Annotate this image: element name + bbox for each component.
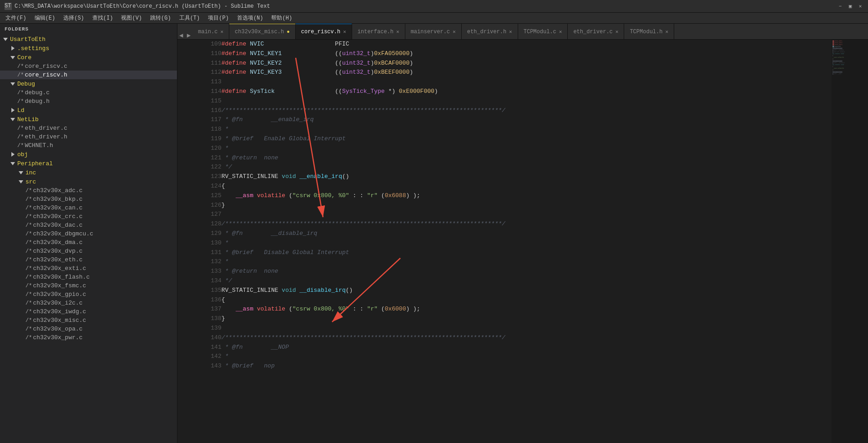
line-content: * @return none — [222, 153, 832, 163]
menu-tools[interactable]: 工具(T) — [176, 13, 204, 23]
menu-edit[interactable]: 编辑(E) — [31, 13, 59, 23]
sidebar-item-core[interactable]: Core — [0, 53, 177, 62]
line-num: 121 — [177, 153, 222, 163]
file-prefix-icon: /* — [25, 335, 32, 341]
line-num: 111 — [177, 59, 222, 68]
menu-goto[interactable]: 跳转(G) — [146, 13, 175, 23]
line-num: 110 — [177, 49, 222, 59]
line-num: 142 — [177, 352, 222, 362]
tab-tcpmodul-c[interactable]: TCPModul.c ✕ — [518, 24, 568, 39]
sidebar-item-ld[interactable]: Ld — [0, 106, 177, 115]
sidebar-file-eth[interactable]: /* ch32v30x_eth.c — [0, 255, 177, 264]
line-num: 134 — [177, 276, 222, 286]
tab-close-icon[interactable]: ✕ — [616, 29, 619, 35]
sidebar-item-peripheral[interactable]: Peripheral — [0, 159, 177, 168]
tab-close-icon[interactable]: ✕ — [559, 29, 562, 35]
file-prefix-icon: /* — [17, 63, 24, 70]
tab-tcpmodul-h[interactable]: TCPModul.h ✕ — [624, 24, 674, 39]
menu-project[interactable]: 项目(P) — [204, 13, 232, 23]
line-num: 123 — [177, 172, 222, 182]
sidebar-file-flash[interactable]: /* ch32v30x_flash.c — [0, 273, 177, 281]
sidebar-file-dac[interactable]: /* ch32v30x_dac.c — [0, 221, 177, 229]
sidebar-file-crc[interactable]: /* ch32v30x_crc.c — [0, 212, 177, 221]
menu-find[interactable]: 查找(I) — [89, 13, 117, 23]
tab-label: eth_driver.c — [573, 29, 612, 35]
close-button[interactable]: ✕ — [857, 3, 863, 10]
sidebar-file-opa[interactable]: /* ch32v30x_opa.c — [0, 325, 177, 333]
sidebar-item-inc[interactable]: inc — [0, 168, 177, 177]
tab-eth-driver-c[interactable]: eth_driver.c ✕ — [568, 24, 624, 39]
line-num: 109 — [177, 40, 222, 49]
tab-core-riscv-h[interactable]: core_riscv.h ✕ — [296, 24, 352, 39]
tab-close-icon[interactable]: ✕ — [453, 29, 456, 35]
sidebar-item-obj[interactable]: obj — [0, 150, 177, 159]
file-prefix-icon: /* — [25, 214, 32, 220]
code-editor[interactable]: 109 #define NVIC PFIC 110 #define NVIC_K… — [177, 40, 832, 443]
sidebar-file-pwr[interactable]: /* ch32v30x_pwr.c — [0, 333, 177, 342]
sidebar-file-label: core_riscv.c — [25, 63, 67, 70]
sidebar-file-bkp[interactable]: /* ch32v30x_bkp.c — [0, 195, 177, 204]
menu-file[interactable]: 文件(F) — [2, 13, 30, 23]
tab-close-icon[interactable]: ✕ — [220, 29, 223, 35]
tab-close-icon[interactable]: ✕ — [665, 29, 668, 35]
line-content: * @brief Enable Global Interrupt — [222, 134, 832, 144]
sidebar-file-eth-driver-h[interactable]: /* eth_driver.h — [0, 132, 177, 141]
sidebar-file-core-riscv-c[interactable]: /* core_riscv.c — [0, 62, 177, 71]
maximize-button[interactable]: ▣ — [847, 3, 853, 10]
titlebar: ST C:\MRS_DATA\workspace\UsartToEth\Core… — [0, 0, 868, 13]
line-num: 130 — [177, 239, 222, 248]
minimap[interactable]: ██ NVIC_KEY1 ██ NVIC_KEY2 ██ NVIC_KEY3 █… — [832, 40, 868, 443]
tab-close-icon[interactable]: ✕ — [509, 29, 512, 35]
menu-help[interactable]: 帮助(H) — [267, 13, 296, 23]
main-layout: FOLDERS UsartToEth .settings Core /* cor… — [0, 24, 868, 443]
menu-select[interactable]: 选择(S) — [60, 13, 88, 23]
tab-close-icon[interactable]: ✕ — [343, 29, 346, 35]
menu-view[interactable]: 视图(V) — [117, 13, 146, 23]
sidebar-src-label: src — [25, 178, 36, 185]
sidebar-file-i2c[interactable]: /* ch32v30x_i2c.c — [0, 299, 177, 307]
tab-close-icon[interactable]: ● — [287, 29, 290, 35]
sidebar-file-core-riscv-h[interactable]: /* core_riscv.h — [0, 71, 177, 79]
tab-nav-left[interactable]: ◀ ▶ — [177, 31, 192, 39]
sidebar-header: FOLDERS — [0, 24, 177, 35]
triangle-down-icon — [9, 80, 16, 87]
code-line-126: 126 } — [177, 201, 832, 210]
sidebar-file-dvp[interactable]: /* ch32v30x_dvp.c — [0, 247, 177, 255]
code-line-111: 111 #define NVIC_KEY2 ((uint32_t)0xBCAF0… — [177, 59, 832, 68]
tab-main-c[interactable]: main.c ✕ — [192, 24, 229, 39]
sidebar-file-can[interactable]: /* ch32v30x_can.c — [0, 204, 177, 212]
sidebar-item-src[interactable]: src — [0, 177, 177, 186]
code-line-135: 135 RV_STATIC_INLINE void __disable_irq(… — [177, 286, 832, 295]
sidebar-file-adc[interactable]: /* ch32v30x_adc.c — [0, 186, 177, 195]
tab-eth-driver-h[interactable]: eth_driver.h ✕ — [462, 24, 518, 39]
sidebar-item-settings[interactable]: .settings — [0, 44, 177, 53]
tab-bar: ◀ ▶ main.c ✕ ch32v30x_misc.h ● core_risc… — [177, 24, 868, 40]
file-prefix-icon: /* — [25, 205, 32, 211]
sidebar-item-root[interactable]: UsartToEth — [0, 35, 177, 44]
sidebar-item-netlib[interactable]: NetLib — [0, 115, 177, 124]
tab-interface-h[interactable]: interface.h ✕ — [352, 24, 405, 39]
tab-mainserver-c[interactable]: mainserver.c ✕ — [405, 24, 462, 39]
sidebar-item-debug[interactable]: Debug — [0, 79, 177, 88]
sidebar-file-fsmc[interactable]: /* ch32v30x_fsmc.c — [0, 281, 177, 290]
sidebar-file-dbgmcu[interactable]: /* ch32v30x_dbgmcu.c — [0, 229, 177, 238]
sidebar-file-misc[interactable]: /* ch32v30x_misc.c — [0, 316, 177, 325]
sidebar-file-wchnet-h[interactable]: /* WCHNET.h — [0, 141, 177, 150]
line-content: * — [222, 352, 832, 362]
sidebar-file-dma[interactable]: /* ch32v30x_dma.c — [0, 238, 177, 247]
sidebar-debug-label: Debug — [17, 81, 35, 87]
file-prefix-icon: /* — [25, 231, 32, 237]
sidebar-file-label: ch32v30x_fsmc.c — [33, 282, 86, 289]
sidebar-file-debug-c[interactable]: /* debug.c — [0, 88, 177, 97]
sidebar-file-label: debug.c — [25, 89, 50, 96]
sidebar-file-debug-h[interactable]: /* debug.h — [0, 97, 177, 106]
editor-wrapper: 109 #define NVIC PFIC 110 #define NVIC_K… — [177, 40, 868, 443]
sidebar-file-gpio[interactable]: /* ch32v30x_gpio.c — [0, 290, 177, 299]
menu-prefs[interactable]: 首选项(N) — [233, 13, 267, 23]
sidebar-file-iwdg[interactable]: /* ch32v30x_iwdg.c — [0, 307, 177, 316]
tab-close-icon[interactable]: ✕ — [396, 29, 399, 35]
tab-ch32v30x-misc-h[interactable]: ch32v30x_misc.h ● — [229, 24, 296, 39]
sidebar-file-eth-driver-c[interactable]: /* eth_driver.c — [0, 124, 177, 132]
sidebar-file-exti[interactable]: /* ch32v30x_exti.c — [0, 264, 177, 273]
minimize-button[interactable]: − — [837, 3, 843, 10]
